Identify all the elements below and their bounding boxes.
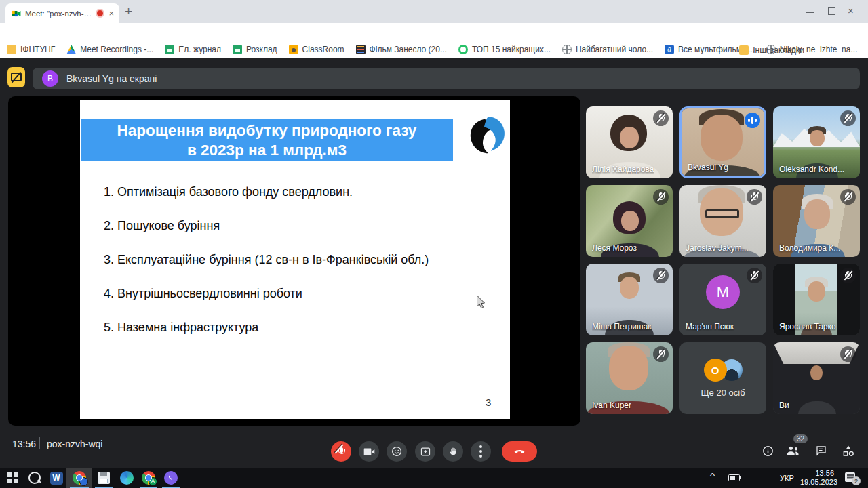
meeting-time: 13:56 <box>12 439 36 449</box>
participant-tile[interactable]: Jaroslav Jakym... <box>679 185 766 257</box>
bookmarks-overflow-chevron[interactable]: » <box>720 45 725 55</box>
more-participants-tile[interactable]: O Ще 20 осіб <box>679 342 766 414</box>
self-view-tile[interactable]: Ви <box>773 342 860 414</box>
windows-taskbar: ^ УКР 13:56 19.05.2023 2 <box>0 468 868 488</box>
profile-a-badge-icon <box>149 477 157 486</box>
tray-expand-icon[interactable]: ^ <box>710 472 715 480</box>
classroom-icon <box>289 45 298 54</box>
window-close-button[interactable]: × <box>848 5 854 16</box>
camera-toggle-button[interactable] <box>359 441 379 462</box>
mic-toggle-button[interactable] <box>331 441 351 462</box>
more-options-button[interactable] <box>471 441 491 462</box>
journal-icon <box>165 45 174 54</box>
present-button[interactable] <box>415 441 435 462</box>
windows-logo-icon <box>7 472 18 483</box>
taskbar-viber-button[interactable] <box>163 470 178 485</box>
reactions-button[interactable] <box>387 441 407 462</box>
bookmark-item[interactable]: ClassRoom <box>289 45 344 54</box>
start-button[interactable] <box>5 470 20 485</box>
participant-name: Міша Петришак <box>592 322 652 331</box>
slide-item: 5. Наземна інфраструктура <box>104 319 429 336</box>
presenting-warning-icon[interactable] <box>7 67 25 87</box>
info-icon <box>762 445 774 458</box>
activities-button[interactable] <box>839 441 858 460</box>
battery-icon[interactable] <box>728 474 740 481</box>
participant-tile[interactable]: Ярослав Тарко <box>773 264 860 336</box>
taskbar-edge-button[interactable] <box>119 470 134 485</box>
taskbar-time: 13:56 <box>815 469 834 477</box>
window-minimize-button[interactable] <box>806 12 814 13</box>
bookmark-item[interactable]: Найбагатший чоло... <box>562 45 653 54</box>
participant-tile-speaking[interactable]: Bkvasul Yg <box>679 106 766 178</box>
participant-name: Ярослав Тарко <box>779 322 836 331</box>
tab-close-icon[interactable]: × <box>107 8 115 18</box>
film-icon <box>356 45 366 54</box>
chat-button[interactable] <box>812 441 831 460</box>
meet-favicon-icon <box>12 9 21 18</box>
participant-tile[interactable]: Ivan Kuper <box>586 342 673 414</box>
raise-hand-button[interactable] <box>443 441 463 462</box>
participant-tile[interactable]: М Мар'ян Псюк <box>679 264 766 336</box>
participants-grid: Лілія Хайдарова Bkvasul Yg Oleksandr Kon… <box>586 106 860 414</box>
bookmark-item[interactable]: Meet Recordings -... <box>66 45 153 54</box>
participant-tile[interactable]: Міша Петришак <box>586 264 673 336</box>
window-maximize-button[interactable] <box>828 7 835 15</box>
taskbar-chrome-profile-button[interactable] <box>141 470 156 485</box>
edge-icon <box>120 471 134 485</box>
chat-icon <box>815 445 827 457</box>
bookmark-item[interactable]: ТОП 15 найкращих... <box>458 45 551 54</box>
participant-name: Володимира К... <box>779 243 840 253</box>
taskbar-word-button[interactable] <box>49 470 64 485</box>
new-tab-button[interactable]: + <box>125 3 132 20</box>
meeting-details-button[interactable] <box>758 441 777 460</box>
participant-tile[interactable]: Oleksandr Kond... <box>773 106 860 178</box>
mic-muted-icon <box>747 268 762 283</box>
mic-muted-icon <box>840 268 856 283</box>
letter-a-icon <box>665 45 674 54</box>
participant-name: Мар'ян Псюк <box>686 322 734 331</box>
taskbar-app-button[interactable] <box>96 470 111 485</box>
presenting-banner-text: Bkvasul Yg на екрані <box>66 73 157 84</box>
more-options-icon <box>479 450 482 453</box>
presenting-banner: B Bkvasul Yg на екрані <box>33 68 860 89</box>
mouse-cursor <box>476 295 486 309</box>
bookmark-item[interactable]: Ел. журнал <box>165 45 221 54</box>
participant-tile[interactable]: Володимира К... <box>773 185 860 257</box>
mic-muted-icon <box>840 110 856 126</box>
slide-title-line2: в 2023р на 1 млрд.м3 <box>187 140 347 160</box>
chrome-icon <box>73 471 86 485</box>
profile-badge-icon <box>79 477 88 486</box>
emoji-icon <box>391 445 403 458</box>
participant-name: Jaroslav Jakym... <box>686 243 749 253</box>
more-participants-label: Ще 20 осіб <box>701 388 745 398</box>
language-indicator[interactable]: УКР <box>780 474 794 482</box>
recording-indicator-icon <box>97 10 103 16</box>
taskbar-date: 19.05.2023 <box>800 478 837 486</box>
mic-muted-icon <box>653 110 669 126</box>
mic-muted-icon <box>840 189 856 205</box>
taskbar-search-button[interactable] <box>27 470 42 485</box>
bookmark-item[interactable]: Розклад <box>233 45 277 54</box>
participant-avatar: O <box>704 359 727 382</box>
other-bookmarks-button[interactable]: Інші закладки <box>739 45 804 55</box>
mic-off-icon <box>337 447 345 456</box>
taskbar-clock[interactable]: 13:56 19.05.2023 <box>800 469 834 487</box>
browser-tab[interactable]: Meet: "pox-nzvh-wqi" × <box>5 3 119 23</box>
participant-name: Лілія Хайдарова <box>592 165 654 174</box>
presentation-tile[interactable]: Нарощення видобутку природного газу в 20… <box>8 96 580 426</box>
mic-muted-icon <box>840 346 856 362</box>
participants-button[interactable] <box>783 441 802 460</box>
participant-tile[interactable]: Лілія Хайдарова <box>586 106 673 178</box>
slide-bullet-list: 1. Оптимізація базового фонду свердловин… <box>104 184 429 353</box>
divider <box>732 45 732 56</box>
participant-name: Oleksandr Kond... <box>779 165 844 174</box>
bookmark-item[interactable]: ІФНТУНГ <box>7 45 55 54</box>
end-call-button[interactable] <box>502 441 537 462</box>
floppy-disk-icon <box>98 472 110 484</box>
chrome-icon <box>142 471 155 485</box>
taskbar-chrome-button[interactable] <box>72 470 87 485</box>
company-logo <box>467 115 506 158</box>
bookmark-item[interactable]: Фільм Занесло (20... <box>356 45 447 54</box>
presenter-avatar: B <box>42 70 58 87</box>
participant-tile[interactable]: Леся Мороз <box>586 185 673 257</box>
